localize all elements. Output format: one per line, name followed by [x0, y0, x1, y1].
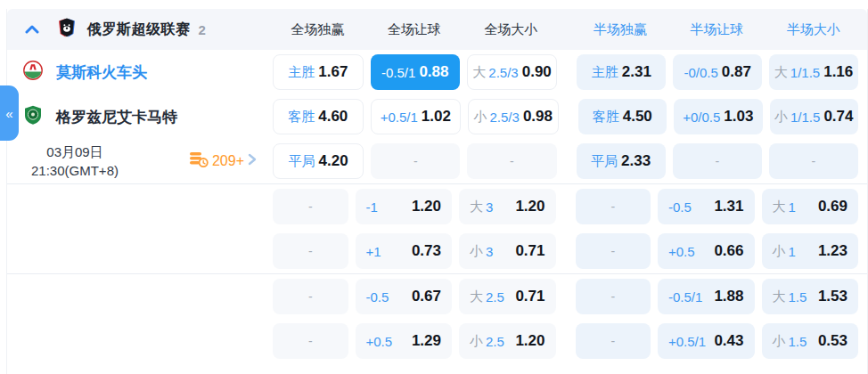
odds-cell[interactable]: +0.5/11.02 [371, 99, 462, 134]
odds-cell[interactable]: 小2.5/30.98 [468, 99, 559, 134]
odds-label: 大2.5 [470, 289, 504, 305]
odds-label-prefix: 小 [773, 333, 786, 350]
column-headers: 全场独赢 全场让球 全场大小 半场独赢 半场让球 半场大小 [269, 21, 867, 38]
odds-cell[interactable]: +0/0.51.03 [674, 99, 763, 134]
odds-label: -1 [366, 199, 378, 215]
odds-label-line: 1 [789, 199, 796, 215]
odds-row: 客胜4.60+0.5/11.02小2.5/30.98客胜4.50+0/0.51.… [269, 94, 862, 139]
odds-cell-empty: - [576, 189, 651, 224]
col-header-half-overunder: 半场大小 [769, 21, 859, 38]
odds-label-line: -0.5/1 [381, 65, 415, 80]
league-panel: 俄罗斯超级联赛 2 全场独赢 全场让球 全场大小 半场独赢 半场让球 半场大小 [6, 9, 868, 374]
odds-cell-empty: - [576, 323, 651, 359]
home-team-row[interactable]: 莫斯科火车头 [7, 50, 269, 94]
odds-cell[interactable]: 大1/1.51.16 [769, 54, 858, 90]
odds-label: 大3 [470, 199, 493, 215]
odds-cell[interactable]: 平局2.33 [577, 143, 666, 179]
odds-value: 1.03 [724, 108, 753, 126]
odds-value: 4.60 [318, 108, 348, 126]
odds-label-line: -0.5 [366, 289, 389, 305]
odds-value: 1.02 [422, 108, 451, 126]
odds-value: 1.16 [823, 63, 853, 81]
odds-label: 大1.5 [773, 289, 807, 305]
odds-cell[interactable]: +0.51.29 [356, 323, 453, 359]
odds-cell-empty: - [576, 233, 651, 269]
odds-label-line: 2.5 [486, 334, 504, 349]
odds-cell[interactable]: 客胜4.50 [578, 99, 667, 134]
odds-value: 4.20 [319, 152, 348, 170]
odds-cell[interactable]: 小2.51.20 [459, 323, 556, 359]
odds-label-line: -0.5 [668, 199, 692, 215]
odds-label: 客胜 [288, 109, 315, 126]
more-markets-button[interactable]: 209+ [189, 150, 257, 172]
odds-cell[interactable]: 大1.51.53 [762, 279, 859, 314]
collapse-sidebar-tab[interactable]: « [0, 85, 19, 141]
odds-cell[interactable]: 客胜4.60 [273, 99, 364, 134]
odds-cell[interactable]: 小30.71 [459, 233, 556, 269]
section-gap [560, 184, 572, 229]
home-team-name: 莫斯科火车头 [56, 62, 147, 83]
odds-label-prefix: 小 [470, 243, 483, 260]
odds-cell[interactable]: 大2.50.71 [459, 279, 556, 314]
section-gap [561, 139, 573, 183]
odds-value: 0.67 [412, 288, 441, 305]
odds-value: 0.53 [818, 332, 848, 350]
odds-empty-dash: - [576, 289, 651, 304]
odds-label-line: +0.5 [668, 244, 695, 259]
odds-cell[interactable]: +0.50.66 [658, 233, 755, 269]
league-match-count: 2 [199, 22, 206, 37]
away-team-row[interactable]: 格罗兹尼艾卡马特 [7, 94, 269, 139]
odds-value: 0.71 [515, 242, 545, 260]
odds-label-line: 2.5/3 [490, 110, 520, 125]
odds-empty-dash: - [576, 244, 651, 258]
odds-value: 4.50 [623, 108, 652, 126]
odds-cell[interactable]: 小11.23 [762, 233, 859, 269]
match-info: 莫斯科火车头 格罗兹尼艾卡马特 03月09日 21: [7, 50, 269, 183]
chevron-up-icon[interactable] [25, 25, 39, 34]
odds-cell[interactable]: +0.5/10.43 [658, 323, 755, 359]
odds-row: --0.50.67大2.50.71--0.5/11.88大1.51.53 [269, 274, 862, 319]
odds-value: 1.23 [818, 242, 848, 260]
odds-cell[interactable]: 大10.69 [762, 189, 859, 224]
odds-label: 小2.5/3 [474, 109, 520, 126]
odds-label-prefix: 大 [773, 289, 786, 305]
odds-label: -0.5/1 [381, 65, 415, 80]
odds-value: 0.98 [523, 108, 553, 126]
alt-odds-grid-1: --11.20大31.20--0.51.31大10.69-+10.73小30.7… [269, 184, 867, 273]
odds-label-line: +0/0.5 [683, 110, 720, 125]
home-team-logo-icon [22, 60, 44, 85]
odds-label: +0/0.5 [683, 110, 720, 125]
odds-cell[interactable]: -0.50.67 [356, 279, 453, 314]
odds-label-line: 客胜 [593, 109, 619, 126]
odds-value: 1.88 [714, 288, 743, 305]
alt-lines-1-left-spacer [7, 184, 269, 273]
odds-cell[interactable]: +10.73 [356, 233, 453, 269]
odds-cell[interactable]: 主胜1.67 [273, 54, 364, 90]
odds-row: 主胜1.67-0.5/10.88大2.5/30.90主胜2.31-0/0.50.… [269, 50, 862, 94]
odds-cell[interactable]: -0.51.31 [658, 189, 755, 224]
odds-label: +0.5/1 [381, 110, 418, 125]
odds-value: 0.88 [419, 63, 448, 81]
odds-cell[interactable]: 平局4.20 [273, 143, 364, 179]
match-meta-row: 03月09日 21:30(GMT+8) [7, 139, 269, 183]
odds-cell[interactable]: 大2.5/30.90 [467, 54, 558, 90]
odds-cell[interactable]: -0.5/11.88 [658, 279, 755, 314]
odds-cell[interactable]: 小1.50.53 [762, 323, 859, 359]
odds-label-line: 1.5 [789, 334, 807, 349]
odds-value: 1.53 [818, 288, 848, 305]
odds-label: 客胜 [593, 109, 619, 126]
odds-cell[interactable]: -0.5/10.88 [371, 54, 460, 90]
odds-label: 大2.5/3 [472, 64, 518, 81]
odds-empty-dash: - [273, 289, 348, 304]
odds-cell[interactable]: -11.20 [356, 189, 453, 224]
odds-cell[interactable]: -0/0.50.87 [673, 54, 762, 90]
odds-cell[interactable]: 小1/1.50.74 [770, 99, 859, 134]
odds-label: +0.5 [668, 244, 695, 259]
odds-cell[interactable]: 主胜2.31 [577, 54, 666, 90]
odds-value: 1.20 [412, 198, 441, 215]
away-team-name: 格罗兹尼艾卡马特 [56, 107, 177, 127]
odds-label: 大1/1.5 [774, 64, 820, 81]
odds-cell[interactable]: 大31.20 [459, 189, 556, 224]
odds-empty-dash: - [673, 154, 762, 168]
odds-cell-empty: - [273, 233, 348, 269]
